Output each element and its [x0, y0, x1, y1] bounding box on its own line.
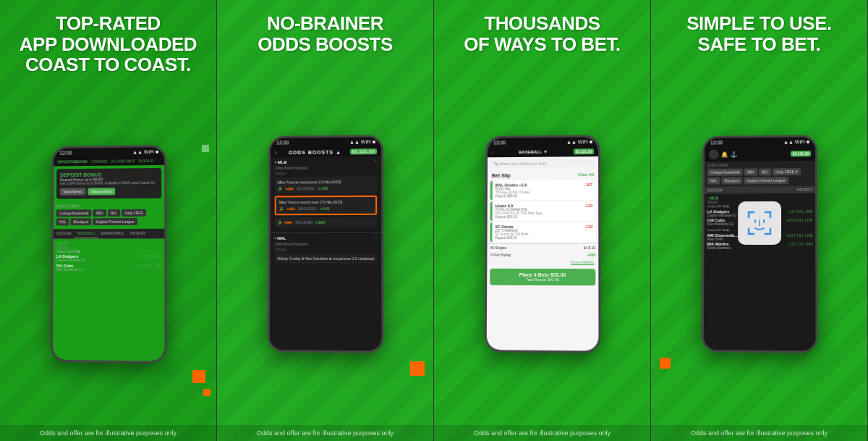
place-bets-button[interactable]: Place 4 Bets $35.00 Total Payout: $92.99 [490, 269, 595, 286]
phone-2-screen: 12:00 ▲▲ WiFi ■ ‹ ODDS BOOSTS ▲ $3,121.3… [269, 137, 381, 350]
all-singles-row: All Singles 3x $ 10 [487, 243, 598, 251]
phone-2-wrapper: 12:00 ▲▲ WiFi ■ ‹ ODDS BOOSTS ▲ $3,121.3… [268, 135, 383, 352]
bet-slip-header: Bet Slip Clear All [487, 169, 597, 180]
phone-1-quick-links: QUICK LINKS College Basketball NBA NFL D… [53, 201, 163, 230]
promo-buttons: View Terms Deposit Now [59, 188, 157, 196]
phone-1-promo: DEPOSIT BONUS Deposit Bonus up to $1000 … [56, 168, 161, 199]
panel-2-header: NO-BRAINER ODDS BOOSTS [247, 0, 404, 62]
search-field[interactable]: 🔍 Search for a matchup or team [490, 159, 595, 168]
phone-1-mockup: 12:00 ▲▲ WiFi ■ SPORTSBOOK CASINO FLASH … [50, 145, 166, 364]
panel-2-title: NO-BRAINER ODDS BOOSTS [258, 13, 393, 54]
panel-thousands: THOUSANDS OF WAYS TO BET. 12:00 ▲▲ WiFi … [434, 0, 651, 441]
phone-4-wrapper: 12:00 ▲▲ WiFi ■ 🔔 ⚓ $3,121.30 QUICK LINK… [702, 135, 817, 352]
phone-4-nav: 🔔 ⚓ $3,121.30 [705, 146, 815, 161]
avatar [708, 149, 718, 159]
bet-item-1: BAL Orioles +1.5 -107 RUN LINE TB Rays @… [490, 180, 595, 201]
phone-3-mockup: 12:00 ▲▲ WiFi ■ ‹ BASEBALL ▼ $3,121.30 🔍… [484, 135, 600, 353]
panel-top-rated: TOP-RATED APP DOWNLOADED COAST TO COAST.… [0, 0, 217, 441]
face-id-icon [745, 209, 774, 238]
bet-item-2: Under 6.5 -110 TOTAL ALTERNATIVE BOS Red… [490, 201, 595, 221]
phone-2-mockup: 12:00 ▲▲ WiFi ■ ‹ ODDS BOOSTS ▲ $3,121.3… [267, 135, 383, 353]
panel-4-title: SIMPLE TO USE. SAFE TO BET. [686, 13, 832, 54]
phone-4-content: • MLB TODAY Today 2:30 PM ▶ LA Dodgers C… [704, 193, 815, 252]
phone-1-sport-tabs: SOCCER BASEBALL BASKETBALL HOCKEY [53, 229, 163, 239]
panel-simple-safe: SIMPLE TO USE. SAFE TO BET. 12:00 ▲▲ WiF… [651, 0, 868, 441]
phone-3-container: 12:00 ▲▲ WiFi ■ ‹ BASEBALL ▼ $3,121.30 🔍… [434, 62, 650, 425]
panel-1-header: TOP-RATED APP DOWNLOADED COAST TO COAST. [9, 0, 208, 83]
deposit-now-button[interactable]: Deposit Now [88, 188, 115, 196]
phone-3-wrapper: 12:00 ▲▲ WiFi ■ ‹ BASEBALL ▼ $3,121.30 🔍… [485, 135, 600, 352]
panel-1-title: TOP-RATED APP DOWNLOADED COAST TO COAST. [20, 13, 197, 75]
phone-1-nav: SPORTSBOOK CASINO FLASH BET POOLS [54, 156, 164, 167]
panel-odds-boosts: NO-BRAINER ODDS BOOSTS 12:00 ▲▲ WiFi ■ ‹… [217, 0, 434, 441]
phone-4-container: 12:00 ▲▲ WiFi ■ 🔔 ⚓ $3,121.30 QUICK LINK… [651, 62, 867, 425]
phone-3-sport-header: ‹ BASEBALL ▼ $3,121.30 [488, 146, 598, 157]
phone-4-screen: 12:00 ▲▲ WiFi ■ 🔔 ⚓ $3,121.30 QUICK LINK… [703, 137, 815, 350]
boost-item-3: 🐊 +150 BOOSTED +190 [274, 217, 377, 227]
phone-2-nhl-section: • NHL ⌃ Odds Boost Specials TODAY Sidney… [270, 232, 381, 269]
panel-3-footer: Odds and offer are for illustrative purp… [434, 425, 650, 441]
parlay-row: 3 Pick Parlay +608 [487, 251, 598, 259]
phone-1-container: 12:00 ▲▲ WiFi ■ SPORTSBOOK CASINO FLASH … [0, 83, 216, 425]
phone-2-container: 12:00 ▲▲ WiFi ■ ‹ ODDS BOOSTS ▲ $3,121.3… [217, 62, 433, 425]
panel-2-footer: Odds and offer are for illustrative purp… [217, 425, 433, 441]
panel-1-footer: Odds and offer are for illustrative purp… [0, 425, 216, 441]
logo-icon: ⚓ [730, 151, 737, 158]
panel-3-title: THOUSANDS OF WAYS TO BET. [464, 13, 620, 54]
phone-4-mockup: 12:00 ▲▲ WiFi ■ 🔔 ⚓ $3,121.30 QUICK LINK… [701, 135, 817, 353]
boost-item-2-highlighted: Mike Trout to record over 2.5 Hits (6/23… [274, 196, 377, 215]
view-terms-button[interactable]: View Terms [59, 188, 85, 196]
phone-3-screen: 12:00 ▲▲ WiFi ■ ‹ BASEBALL ▼ $3,121.30 🔍… [486, 137, 598, 350]
phone-1-screen: 12:00 ▲▲ WiFi ■ SPORTSBOOK CASINO FLASH … [52, 147, 164, 361]
phone-1-wrapper: 12:00 ▲▲ WiFi ■ SPORTSBOOK CASINO FLASH … [51, 145, 166, 362]
boost-item-1: Mike Trout to record over 2.5 Hits (6/23… [274, 177, 376, 194]
phone-2-nav-header: ‹ ODDS BOOSTS ▲ $3,121.30 [271, 146, 381, 157]
nhl-boost-item: Sidney Crosby & Alex Ovechkin to record … [274, 253, 377, 264]
panel-4-header: SIMPLE TO USE. SAFE TO BET. [676, 0, 843, 62]
bet-item-3: SF Giants -110 1ST 5 INNINGS SF Giants @… [490, 222, 595, 242]
phone-2-mlb-section: • MLB ⌃ Odds Boost Specials TODAY Mike T… [270, 156, 381, 232]
notification-icon: 🔔 [720, 151, 728, 158]
face-id-overlay [738, 201, 781, 245]
panel-3-header: THOUSANDS OF WAYS TO BET. [453, 0, 631, 62]
round-robins-link[interactable]: Round Robins [487, 259, 598, 266]
panel-4-footer: Odds and offer are for illustrative purp… [651, 425, 867, 441]
phone-1-mlb: • MLB TODAY Today 3:35 PM ▶ LA Dodgers C… [53, 239, 164, 274]
phone-4-quick-links: QUICK LINKS College Basketball NBA NFL D… [704, 161, 814, 187]
